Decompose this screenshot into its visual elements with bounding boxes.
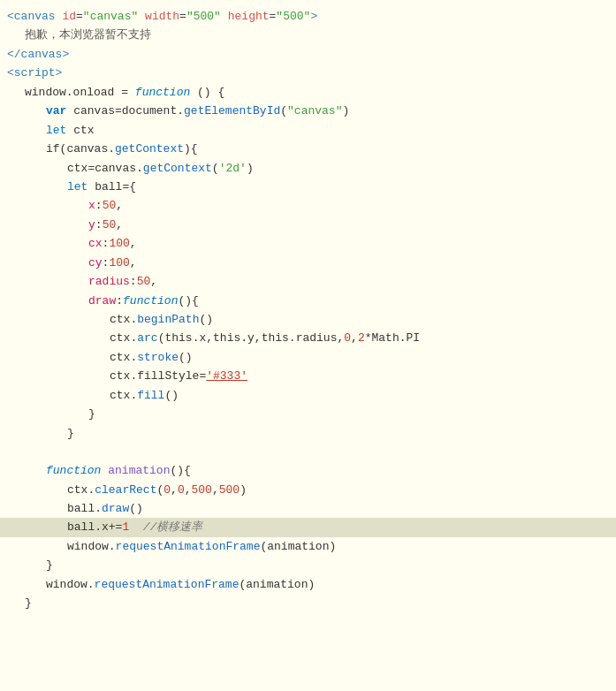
code-line: window.requestAnimationFrame(animation) [0, 537, 616, 556]
code-line: var canvas=document.getElementById("canv… [0, 102, 616, 120]
code-line: ctx.arc(this.x,this.y,this.radius,0,2*Ma… [0, 329, 616, 347]
code-line: draw:function(){ [0, 292, 616, 310]
code-line: } [0, 405, 616, 423]
code-line: <script> [0, 64, 616, 82]
code-line: y:50, [0, 216, 616, 234]
code-line: <canvas id="canvas" width="500" height="… [0, 7, 616, 26]
code-line: function animation(){ [0, 461, 616, 480]
code-line: window.onload = function () { [0, 83, 616, 102]
code-line: ctx.fillStyle='#333' [0, 367, 616, 385]
code-line: let ctx [0, 121, 616, 140]
code-line: ctx.beginPath() [0, 310, 616, 329]
code-line: </canvas> [0, 45, 616, 64]
code-line: if(canvas.getContext){ [0, 140, 616, 158]
code-line: ctx.stroke() [0, 348, 616, 367]
code-line: cy:100, [0, 254, 616, 272]
code-line: } [0, 424, 616, 443]
code-line: } [0, 556, 616, 574]
code-line: ctx.fill() [0, 386, 616, 405]
code-line: window.requestAnimationFrame(animation) [0, 575, 616, 594]
code-editor: <canvas id="canvas" width="500" height="… [0, 0, 616, 691]
code-line: } [0, 594, 616, 612]
code-line: ctx.clearRect(0,0,500,500) [0, 481, 616, 499]
code-line: ctx=canvas.getContext('2d') [0, 159, 616, 178]
code-line [0, 443, 616, 461]
code-line: 抱歉，本浏览器暂不支持 [0, 26, 616, 44]
code-line: radius:50, [0, 272, 616, 291]
code-line: ball.x+=1 //横移速率 [0, 518, 616, 536]
code-line: let ball={ [0, 178, 616, 196]
code-line: cx:100, [0, 234, 616, 253]
code-line: x:50, [0, 196, 616, 215]
code-line: ball.draw() [0, 499, 616, 518]
